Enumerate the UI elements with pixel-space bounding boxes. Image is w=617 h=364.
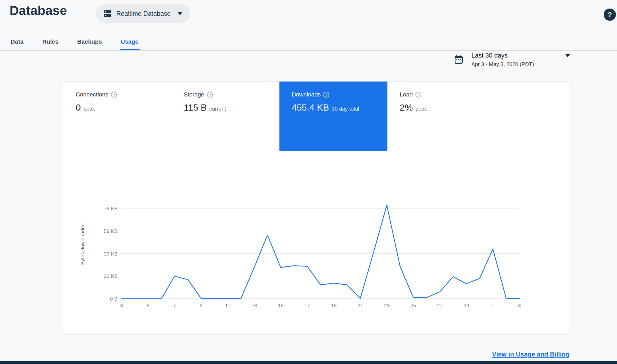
usage-card: Connections ? 0 peak Storage ? 115 B cur… (62, 81, 570, 334)
svg-text:23: 23 (384, 303, 390, 308)
help-circle-icon[interactable]: ? (207, 92, 213, 98)
metric-value: 2% (400, 102, 413, 113)
help-circle-icon[interactable]: ? (323, 92, 329, 98)
svg-text:3: 3 (120, 303, 123, 308)
svg-text:21: 21 (358, 303, 363, 308)
metric-downloads[interactable]: Downloads ? 455.4 KB 30 day total (279, 82, 387, 151)
metric-load[interactable]: Load ? 2% peak (387, 82, 495, 151)
section-tabs: Data Rules Backups Usage (0, 35, 617, 51)
database-instance-selector[interactable]: Realtime Database (96, 4, 190, 23)
svg-text:15: 15 (278, 303, 283, 308)
svg-text:7: 7 (173, 303, 176, 308)
svg-text:5: 5 (147, 303, 150, 308)
metric-connections[interactable]: Connections ? 0 peak (63, 82, 171, 151)
svg-text:39 KB: 39 KB (104, 251, 118, 257)
help-circle-icon[interactable]: ? (415, 92, 421, 98)
svg-text:19: 19 (331, 303, 336, 308)
question-mark-icon: ? (608, 11, 612, 19)
svg-text:17: 17 (305, 303, 310, 308)
metric-unit: current (209, 106, 226, 112)
metric-label: Load (400, 91, 413, 98)
svg-text:13: 13 (251, 303, 257, 308)
help-circle-icon[interactable]: ? (111, 92, 117, 98)
svg-text:59 KB: 59 KB (104, 228, 118, 234)
svg-text:78 KB: 78 KB (104, 206, 118, 211)
metric-unit: 30 day total (332, 106, 359, 112)
footer-strip (0, 361, 617, 364)
page-title: Database (10, 3, 67, 18)
chevron-down-icon (565, 54, 570, 57)
svg-text:0 B: 0 B (110, 296, 118, 302)
tab-rules[interactable]: Rules (41, 35, 60, 50)
metric-tabs: Connections ? 0 peak Storage ? 115 B cur… (63, 82, 495, 151)
calendar-icon (453, 54, 464, 65)
date-range-detail: Apr 3 - May 3, 2020 (PDT) (471, 61, 570, 67)
svg-text:25: 25 (411, 303, 416, 308)
view-usage-billing-link[interactable]: View in Usage and Billing (492, 351, 570, 358)
chevron-down-icon (178, 12, 182, 15)
metric-label: Downloads (292, 91, 321, 98)
metric-unit: peak (415, 106, 427, 112)
metric-value: 0 (76, 102, 81, 113)
metric-value: 115 B (184, 102, 207, 113)
tab-usage[interactable]: Usage (120, 35, 140, 50)
svg-text:27: 27 (437, 303, 443, 308)
metric-label: Storage (184, 91, 204, 98)
metric-storage[interactable]: Storage ? 115 B current (171, 82, 279, 151)
selector-label: Realtime Database (116, 10, 171, 17)
date-range-content: Last 30 days Apr 3 - May 3, 2020 (PDT) (471, 52, 570, 67)
svg-text:9: 9 (200, 303, 203, 308)
database-usage-page: Database Realtime Database ? Data Rules … (0, 0, 617, 364)
svg-text:29: 29 (464, 303, 469, 308)
metric-value: 455.4 KB (292, 102, 329, 113)
tab-data[interactable]: Data (10, 35, 25, 50)
date-range-label: Last 30 days (471, 52, 508, 59)
help-button[interactable]: ? (604, 9, 616, 21)
svg-text:20 KB: 20 KB (104, 273, 118, 279)
svg-text:11: 11 (225, 303, 230, 308)
metric-unit: peak (83, 106, 95, 112)
downloads-line-chart: 0 B20 KB39 KB59 KB78 KB35791113151719212… (64, 200, 568, 312)
svg-text:3: 3 (518, 303, 521, 308)
date-range-selector[interactable]: Last 30 days Apr 3 - May 3, 2020 (PDT) (453, 52, 570, 72)
tab-backups[interactable]: Backups (76, 35, 103, 50)
svg-text:Bytes downloaded: Bytes downloaded (80, 223, 85, 265)
database-icon (103, 9, 112, 18)
svg-text:1: 1 (491, 303, 494, 308)
metric-label: Connections (76, 91, 108, 98)
